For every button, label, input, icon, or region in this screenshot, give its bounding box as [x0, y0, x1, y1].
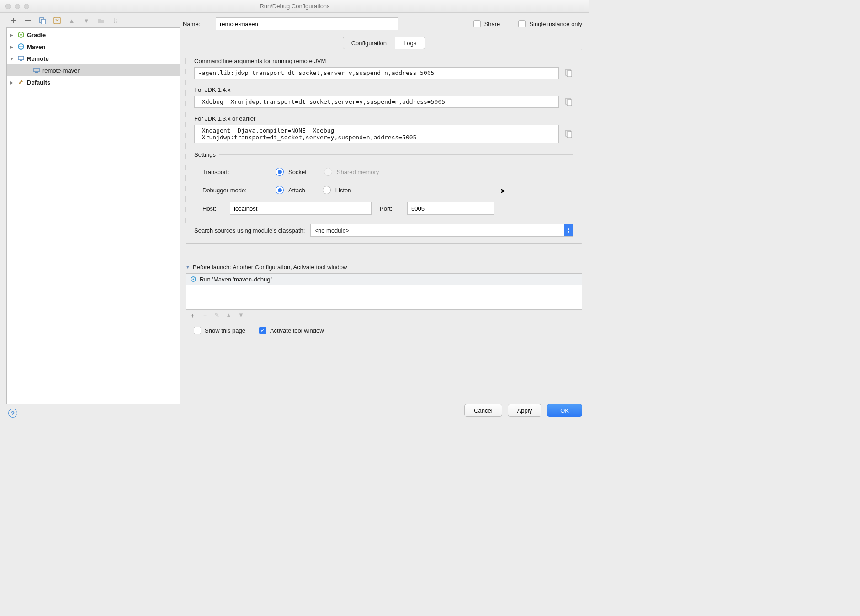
expand-arrow-icon[interactable]: ▶	[10, 32, 15, 37]
port-input[interactable]	[407, 202, 494, 215]
module-classpath-combo[interactable]: <no module> ▲▼	[310, 224, 573, 237]
copy-icon[interactable]	[565, 130, 573, 138]
debugger-mode-label: Debugger mode:	[202, 187, 276, 194]
expand-arrow-icon[interactable]: ▶	[10, 44, 15, 49]
debugger-listen-label: Listen	[335, 187, 351, 194]
remove-icon[interactable]	[24, 16, 32, 25]
tree-item-defaults[interactable]: ▶ Defaults	[7, 76, 180, 88]
debugger-attach-radio[interactable]	[276, 186, 284, 194]
tree-item-gradle[interactable]: ▶ Gradle	[7, 29, 180, 41]
before-launch-section: ▼ Before launch: Another Configuration, …	[186, 264, 582, 334]
svg-point-6	[20, 34, 22, 36]
collapse-arrow-icon[interactable]: ▼	[10, 56, 15, 61]
ok-button[interactable]: OK	[547, 404, 582, 417]
save-icon[interactable]	[53, 16, 61, 25]
tree-item-remote[interactable]: ▼ Remote	[7, 53, 180, 64]
move-down-icon: ▼	[238, 312, 244, 320]
single-instance-label: Single instance only	[529, 21, 582, 27]
svg-rect-17	[567, 132, 572, 138]
svg-point-19	[193, 279, 194, 280]
titlebar: Run/Debug Configurations	[0, 0, 589, 13]
settings-header: Settings	[194, 151, 216, 158]
debugger-listen-radio[interactable]	[323, 186, 331, 194]
transport-socket-radio[interactable]	[276, 168, 284, 176]
share-label: Share	[484, 21, 500, 27]
help-icon[interactable]: ?	[8, 409, 17, 418]
configuration-panel: Command line arguments for running remot…	[186, 49, 582, 244]
svg-rect-8	[18, 56, 24, 60]
name-input[interactable]	[216, 17, 398, 30]
transport-label: Transport:	[202, 169, 276, 175]
before-launch-header: Before launch: Another Configuration, Ac…	[193, 264, 347, 271]
detail-panel: Name: Share Single instance only Configu…	[180, 13, 589, 421]
apply-button[interactable]: Apply	[508, 404, 542, 417]
activate-tool-checkbox[interactable]: ✓Activate tool window	[259, 327, 324, 334]
copy-icon[interactable]	[565, 69, 573, 77]
cmd-args-input[interactable]: -agentlib:jdwp=transport=dt_socket,serve…	[194, 67, 559, 79]
module-classpath-label: Search sources using module's classpath:	[194, 227, 305, 234]
sidebar: ▲ ▼ az ▶ Gradle ▶ Maven ▼ Remote	[0, 13, 180, 421]
tab-logs[interactable]: Logs	[395, 37, 425, 49]
tree-label: Maven	[27, 43, 45, 50]
jdk13-input[interactable]: -Xnoagent -Djava.compiler=NONE -Xdebug -…	[194, 125, 559, 143]
copy-icon[interactable]	[565, 98, 573, 106]
jdk14-input[interactable]: -Xdebug -Xrunjdwp:transport=dt_socket,se…	[194, 96, 559, 108]
host-label: Host:	[202, 205, 230, 212]
add-icon[interactable]: ＋	[190, 312, 196, 320]
gear-icon	[190, 276, 197, 283]
config-tree[interactable]: ▶ Gradle ▶ Maven ▼ Remote remote-maven ▶	[6, 27, 180, 404]
folder-icon	[97, 16, 105, 25]
before-launch-item-label: Run 'Maven 'maven-debug''	[200, 276, 273, 283]
maven-icon	[17, 42, 25, 51]
single-instance-checkbox[interactable]: Single instance only	[518, 20, 582, 27]
edit-icon: ✎	[214, 312, 219, 320]
before-launch-item[interactable]: Run 'Maven 'maven-debug''	[186, 274, 582, 285]
move-down-icon: ▼	[82, 16, 90, 25]
chevron-updown-icon[interactable]: ▲▼	[564, 224, 573, 236]
activate-tool-label: Activate tool window	[270, 327, 324, 334]
cancel-button[interactable]: Cancel	[464, 404, 502, 417]
tree-label: Gradle	[27, 32, 46, 38]
wrench-icon	[17, 78, 25, 86]
expand-arrow-icon[interactable]: ▶	[10, 80, 15, 85]
tabbar: Configuration Logs	[186, 37, 582, 49]
svg-rect-1	[41, 19, 45, 24]
svg-rect-15	[567, 100, 572, 106]
add-icon[interactable]	[9, 16, 17, 25]
tree-item-remote-maven[interactable]: remote-maven	[7, 64, 180, 76]
tab-configuration[interactable]: Configuration	[343, 37, 395, 49]
move-up-icon: ▲	[226, 312, 232, 320]
before-launch-list[interactable]: Run 'Maven 'maven-debug''	[186, 273, 582, 310]
share-checkbox[interactable]: Share	[473, 20, 500, 27]
copy-icon[interactable]	[38, 16, 47, 25]
cmd-args-label: Command line arguments for running remot…	[194, 58, 573, 64]
name-label: Name:	[183, 21, 209, 27]
before-launch-toolbar: ＋ － ✎ ▲ ▼	[186, 310, 582, 322]
gradle-icon	[17, 31, 25, 39]
svg-rect-9	[20, 60, 22, 61]
tree-item-maven[interactable]: ▶ Maven	[7, 41, 180, 53]
tree-label: Defaults	[27, 79, 50, 86]
jdk14-label: For JDK 1.4.x	[194, 86, 573, 93]
debugger-attach-label: Attach	[288, 187, 305, 194]
jdk13-label: For JDK 1.3.x or earlier	[194, 115, 573, 122]
svg-rect-11	[35, 72, 38, 73]
tree-label: Remote	[27, 55, 49, 62]
transport-shared-label: Shared memory	[337, 169, 379, 175]
host-input[interactable]	[230, 202, 372, 215]
port-label: Port:	[380, 205, 407, 212]
show-page-checkbox[interactable]: Show this page	[194, 327, 245, 334]
remote-icon	[32, 66, 41, 74]
svg-rect-10	[34, 68, 39, 72]
dialog-footer: Cancel Apply OK	[464, 404, 582, 417]
module-classpath-value: <no module>	[311, 227, 564, 234]
show-page-label: Show this page	[205, 327, 245, 334]
svg-text:z: z	[116, 21, 117, 23]
window-title: Run/Debug Configurations	[0, 3, 589, 10]
svg-rect-13	[567, 71, 572, 77]
collapse-arrow-icon[interactable]: ▼	[186, 265, 190, 270]
remote-icon	[17, 54, 25, 63]
sidebar-toolbar: ▲ ▼ az	[6, 16, 180, 27]
remove-icon: －	[202, 312, 208, 320]
tree-label: remote-maven	[42, 67, 81, 74]
